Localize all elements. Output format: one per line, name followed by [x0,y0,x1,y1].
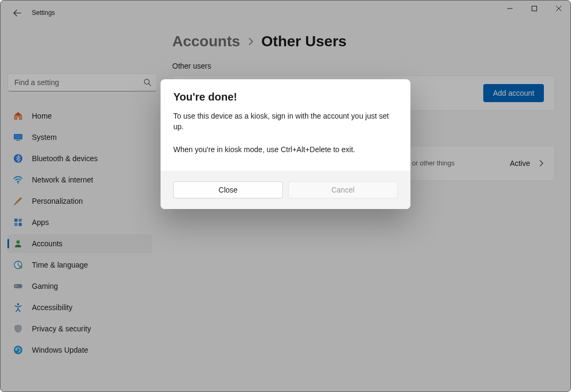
kiosk-done-dialog: You're done! To use this device as a kio… [161,79,410,209]
dialog-text-2: When you're in kiosk mode, use Ctrl+Alt+… [173,144,398,155]
close-button[interactable]: Close [173,181,283,198]
dialog-title: You're done! [173,91,398,103]
dialog-text-1: To use this device as a kiosk, sign in w… [173,111,398,132]
modal-overlay: You're done! To use this device as a kio… [0,0,571,392]
cancel-button: Cancel [288,181,398,198]
